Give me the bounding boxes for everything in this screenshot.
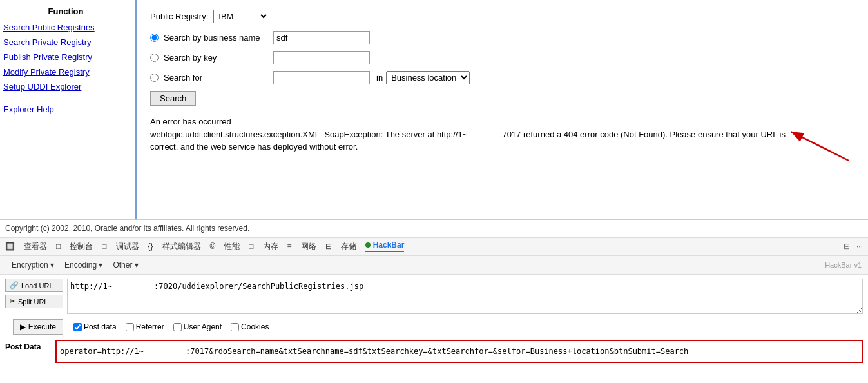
postdata-label: Post Data xyxy=(5,340,50,351)
content-panel: Public Registry: IBM Microsoft SAP XMeth… xyxy=(135,0,868,219)
radio-searchfor-label: Search for xyxy=(164,73,267,83)
url-textarea[interactable]: http://1~ :7020/uddiexplorer/SearchPubli… xyxy=(67,279,863,314)
hackbar-other-menu[interactable]: Other ▾ xyxy=(108,259,143,271)
postdata-input[interactable] xyxy=(55,340,863,363)
sidebar-item-publish-private[interactable]: Publish Private Registry xyxy=(3,52,128,62)
useragent-checkbox[interactable] xyxy=(173,323,182,331)
radio-search-name[interactable] xyxy=(150,34,159,42)
sidebar-item-help[interactable]: Explorer Help xyxy=(3,104,128,114)
devtools-console-icon: □ xyxy=(56,242,61,251)
devtools-debugger-icon: □ xyxy=(102,242,106,251)
referrer-checkbox-label[interactable]: Referrer xyxy=(126,322,164,331)
useragent-checkbox-text: User Agent xyxy=(184,322,222,331)
devtools-mem-icon: □ xyxy=(249,242,253,251)
radio-name-label: Search by business name xyxy=(164,33,267,43)
search-key-input[interactable] xyxy=(273,51,370,64)
copyright-bar: Copyright (c) 2002, 2010, Oracle and/or … xyxy=(0,219,868,237)
load-url-button[interactable]: 🔗 Load URL xyxy=(5,279,63,292)
location-select[interactable]: Business location Service name Service k… xyxy=(386,71,470,84)
load-url-icon: 🔗 xyxy=(10,281,19,290)
execute-button[interactable]: ▶ Execute xyxy=(13,319,63,335)
split-url-label: Split URL xyxy=(18,298,48,306)
search-by-name-row: Search by business name xyxy=(150,31,855,44)
error-title: An error has occurred xyxy=(150,115,804,128)
cookies-checkbox-label[interactable]: Cookies xyxy=(231,322,269,331)
sidebar-item-modify-private[interactable]: Modify Private Registry xyxy=(3,67,128,77)
hackbar-topbar: Encryption ▾ Encoding ▾ Other ▾ HackBar … xyxy=(0,256,868,275)
hackbar-encoding-menu[interactable]: Encoding ▾ xyxy=(59,259,108,271)
devtools-inspector-icon: 🔲 xyxy=(5,242,15,251)
search-button[interactable]: Search xyxy=(150,91,196,106)
checkboxes-row: Post data Referrer User Agent Cookies xyxy=(70,320,275,334)
public-registry-label: Public Registry: xyxy=(150,12,208,21)
cookies-checkbox-text: Cookies xyxy=(241,322,269,331)
radio-key-label: Search by key xyxy=(164,53,267,63)
devtools-toolbar-right: ⊟ ··· xyxy=(844,242,863,251)
devtools-net-icon: ≡ xyxy=(287,242,292,251)
radio-search-key[interactable] xyxy=(150,54,159,62)
execute-icon: ▶ xyxy=(20,322,26,331)
search-by-key-row: Search by key xyxy=(150,51,855,64)
public-registry-row: Public Registry: IBM Microsoft SAP XMeth… xyxy=(150,10,855,23)
split-url-icon: ✂ xyxy=(10,297,15,306)
devtools-tab-hackbar[interactable]: HackBar xyxy=(365,241,405,252)
useragent-checkbox-label[interactable]: User Agent xyxy=(173,322,222,331)
search-name-input[interactable] xyxy=(273,31,370,44)
referrer-checkbox-text: Referrer xyxy=(136,322,164,331)
hackbar-version-label: HackBar v1 xyxy=(825,261,862,269)
public-registry-select[interactable]: IBM Microsoft SAP XMethods xyxy=(213,10,269,23)
cookies-checkbox[interactable] xyxy=(231,323,239,331)
in-label: in xyxy=(376,73,383,83)
devtools-tab-style[interactable]: 样式编辑器 xyxy=(162,241,201,252)
postdata-row: Post Data xyxy=(0,337,868,366)
main-content: Function Search Public Registries Search… xyxy=(0,0,868,219)
devtools-tab-network[interactable]: 网络 xyxy=(301,241,316,252)
sidebar-item-search-private[interactable]: Search Private Registry xyxy=(3,37,128,47)
svg-line-1 xyxy=(791,132,849,161)
sidebar-item-search-public[interactable]: Search Public Registries xyxy=(3,23,128,32)
postdata-checkbox-label[interactable]: Post data xyxy=(73,322,117,331)
arrow-annotation xyxy=(778,125,855,168)
copyright-text: Copyright (c) 2002, 2010, Oracle and/or … xyxy=(5,224,249,233)
devtools-more-icon[interactable]: ··· xyxy=(856,242,863,251)
sidebar: Function Search Public Registries Search… xyxy=(0,0,135,219)
sidebar-title: Function xyxy=(3,6,128,16)
postdata-checkbox[interactable] xyxy=(73,323,82,331)
hackbar-dot-icon xyxy=(365,242,371,248)
error-block: An error has occurred weblogic.uddi.clie… xyxy=(150,115,855,153)
radio-search-for[interactable] xyxy=(150,74,159,82)
devtools-tab-debugger[interactable]: 调试器 xyxy=(116,241,139,252)
execute-label: Execute xyxy=(28,322,56,331)
postdata-checkbox-text: Post data xyxy=(84,322,117,331)
actions-row: ▶ Execute Post data Referrer User Agent … xyxy=(0,318,868,337)
devtools-style-icon: {} xyxy=(148,242,153,251)
error-message: weblogic.uddi.client.structures.exceptio… xyxy=(150,128,804,153)
devtools-toolbar: 🔲 查看器 □ 控制台 □ 调试器 {} 样式编辑器 © 性能 □ 内存 ≡ 网… xyxy=(0,237,868,255)
devtools-perf-icon: © xyxy=(210,242,216,251)
search-for-input[interactable] xyxy=(273,71,370,84)
split-url-button[interactable]: ✂ Split URL xyxy=(5,295,63,308)
devtools-tab-inspector[interactable]: 查看器 xyxy=(24,241,47,252)
red-arrow-icon xyxy=(778,125,855,164)
devtools-tab-console[interactable]: 控制台 xyxy=(70,241,93,252)
referrer-checkbox[interactable] xyxy=(126,323,134,331)
devtools-tab-memory[interactable]: 内存 xyxy=(263,241,278,252)
devtools-storage-icon: ⊟ xyxy=(325,242,332,251)
devtools-dock-icon[interactable]: ⊟ xyxy=(844,242,850,251)
url-side-buttons: 🔗 Load URL ✂ Split URL xyxy=(5,279,63,308)
sidebar-item-setup-uddi[interactable]: Setup UDDI Explorer xyxy=(3,82,128,92)
url-row: 🔗 Load URL ✂ Split URL http://1~ :7020/u… xyxy=(0,275,868,318)
hackbar-panel: Encryption ▾ Encoding ▾ Other ▾ HackBar … xyxy=(0,255,868,366)
search-btn-row: Search xyxy=(150,91,855,106)
hackbar-tab-label: HackBar xyxy=(373,241,405,250)
devtools-tab-perf[interactable]: 性能 xyxy=(224,241,240,252)
search-for-row: Search for in Business location Service … xyxy=(150,71,855,84)
load-url-label: Load URL xyxy=(21,282,53,290)
devtools-tab-storage[interactable]: 存储 xyxy=(341,241,356,252)
hackbar-encryption-menu[interactable]: Encryption ▾ xyxy=(6,259,59,271)
